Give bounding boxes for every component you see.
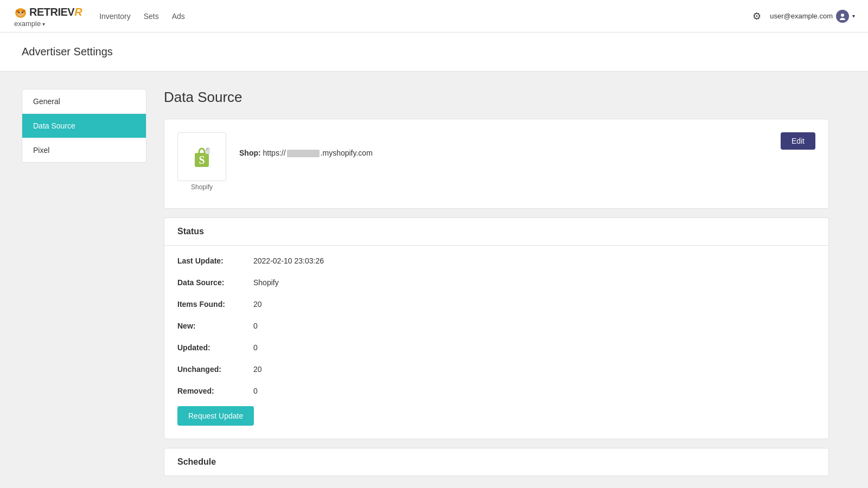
nav-sets[interactable]: Sets: [144, 12, 159, 21]
main-content: Data Source S: [146, 89, 846, 476]
status-row-new: New: 0: [177, 315, 815, 337]
edit-button[interactable]: Edit: [781, 132, 815, 150]
request-update-button[interactable]: Request Update: [177, 406, 254, 426]
datasource-section-title: Data Source: [164, 89, 829, 106]
nav: Inventory Sets Ads: [99, 12, 752, 21]
updated-value: 0: [253, 343, 258, 352]
shop-url-suffix: .myshopify.com: [321, 149, 373, 157]
status-row-removed: Removed: 0: [177, 380, 815, 402]
last-update-label: Last Update:: [177, 256, 253, 265]
logo-icon: [13, 4, 28, 20]
shop-url-area: Shop: https://.myshopify.com: [239, 132, 373, 157]
shopify-label: Shopify: [191, 183, 213, 191]
unchanged-value: 20: [253, 365, 262, 374]
new-label: New:: [177, 322, 253, 330]
removed-label: Removed:: [177, 387, 253, 395]
chevron-down-icon: ▾: [852, 13, 855, 19]
logo-wrapper: RETRIEVR example: [13, 4, 82, 28]
shopify-icon: S: [188, 143, 215, 170]
status-rows: Last Update: 2022-02-10 23:03:26 Data So…: [164, 246, 828, 439]
content-area: General Data Source Pixel Data Source: [0, 72, 868, 488]
status-row-last-update: Last Update: 2022-02-10 23:03:26: [177, 250, 815, 272]
svg-point-5: [22, 12, 23, 14]
datasource-logo-area: S Shopify: [177, 132, 373, 191]
schedule-panel: Schedule: [164, 448, 829, 476]
datasource-header: S Shopify: [177, 132, 815, 191]
user-email: user@example.com: [770, 12, 833, 20]
datasource-value: Shopify: [253, 278, 279, 287]
logo-area: RETRIEVR example: [13, 4, 82, 28]
svg-point-8: [840, 18, 845, 20]
status-row-datasource: Data Source: Shopify: [177, 272, 815, 293]
user-avatar: [836, 10, 849, 23]
svg-point-6: [19, 14, 22, 16]
shop-url-prefix: https://: [263, 149, 286, 157]
svg-point-7: [841, 14, 844, 17]
avatar-icon: [839, 12, 846, 20]
items-found-label: Items Found:: [177, 300, 253, 309]
header: RETRIEVR example Inventory Sets Ads ⚙ us…: [0, 0, 868, 33]
status-row-unchanged: Unchanged: 20: [177, 358, 815, 380]
shop-url-redacted: [287, 150, 320, 157]
logo-text: RETRIEVR: [29, 6, 82, 18]
shopify-logo-container: S Shopify: [177, 132, 226, 191]
status-row-updated: Updated: 0: [177, 337, 815, 358]
last-update-value: 2022-02-10 23:03:26: [253, 256, 324, 265]
svg-point-4: [18, 12, 20, 14]
shop-url-text: Shop: https://.myshopify.com: [239, 149, 373, 157]
schedule-panel-header: Schedule: [164, 448, 828, 476]
items-found-value: 20: [253, 300, 262, 309]
nav-ads[interactable]: Ads: [172, 12, 185, 21]
svg-text:S: S: [199, 154, 205, 166]
sidebar-item-general[interactable]: General: [22, 89, 146, 114]
page-title-bar: Advertiser Settings: [0, 33, 868, 72]
status-panel-header: Status: [164, 218, 828, 246]
sidebar-item-pixel[interactable]: Pixel: [22, 138, 146, 162]
shopify-logo-box: S: [177, 132, 226, 181]
header-right: ⚙ user@example.com ▾: [752, 10, 855, 23]
logo[interactable]: RETRIEVR: [13, 4, 82, 20]
company-name[interactable]: example: [14, 20, 82, 28]
datasource-card: S Shopify: [164, 119, 829, 209]
shop-label: Shop:: [239, 149, 261, 157]
unchanged-label: Unchanged:: [177, 365, 253, 374]
datasource-label: Data Source:: [177, 278, 253, 287]
status-row-items-found: Items Found: 20: [177, 293, 815, 315]
page-title: Advertiser Settings: [22, 46, 846, 58]
removed-value: 0: [253, 387, 258, 395]
status-panel: Status Last Update: 2022-02-10 23:03:26 …: [164, 217, 829, 439]
nav-inventory[interactable]: Inventory: [99, 12, 131, 21]
sidebar-item-datasource[interactable]: Data Source: [22, 114, 146, 138]
user-menu[interactable]: user@example.com ▾: [770, 10, 855, 23]
new-value: 0: [253, 322, 258, 330]
settings-icon[interactable]: ⚙: [752, 10, 761, 22]
sidebar: General Data Source Pixel: [22, 89, 146, 163]
updated-label: Updated:: [177, 343, 253, 352]
